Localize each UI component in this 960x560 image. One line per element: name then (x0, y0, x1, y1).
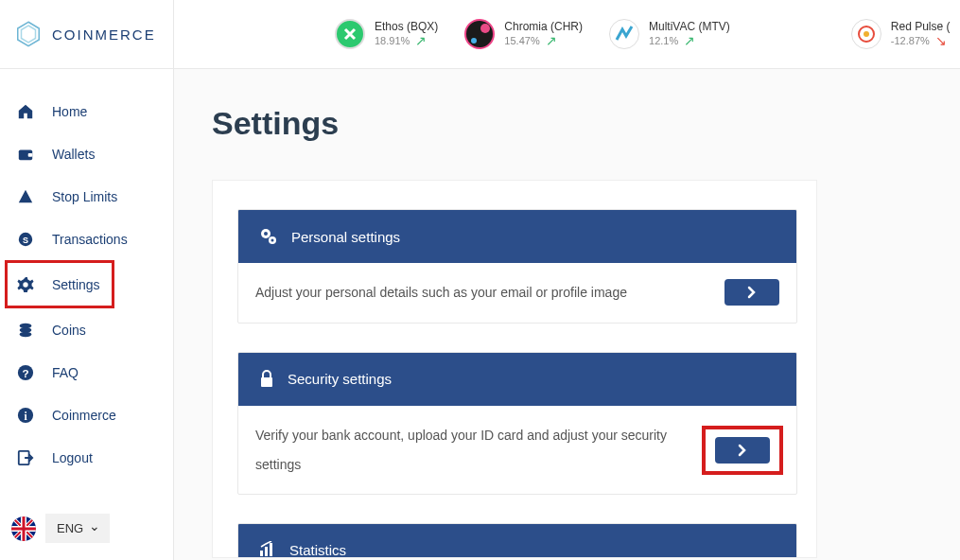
svg-point-12 (20, 331, 32, 336)
card-header: Statistics (238, 524, 796, 558)
arrow-up-icon: ↗ (684, 33, 695, 48)
ticker-name: Chromia (CHR) (504, 20, 583, 33)
ticker-item[interactable]: MultiVAC (MTV) 12.1%↗ (609, 19, 730, 49)
sidebar-item-label: Transactions (52, 232, 128, 247)
ticker-bar: Ethos (BQX) 18.91%↗ Chromia (CHR) 15.47%… (174, 19, 960, 49)
ticker-name: MultiVAC (MTV) (649, 20, 730, 33)
svg-rect-23 (261, 377, 272, 387)
gear-icon (17, 276, 34, 293)
chevron-right-icon (747, 286, 757, 299)
open-security-settings-button[interactable] (715, 437, 770, 464)
svg-rect-25 (265, 547, 268, 556)
svg-text:?: ? (22, 366, 28, 378)
ticker-change: -12.87%↘ (891, 33, 951, 48)
sidebar-item-label: Stop Limits (52, 189, 117, 204)
sidebar-item-label: Logout (52, 450, 93, 465)
transactions-icon: S (17, 231, 34, 248)
svg-point-3 (864, 31, 869, 37)
language-selector[interactable]: ENG (11, 514, 110, 543)
sidebar-item-settings[interactable]: Settings (8, 263, 112, 306)
svg-point-22 (271, 239, 274, 242)
card-personal-settings: Personal settings Adjust your personal d… (237, 209, 797, 324)
ticker-name: Red Pulse ( (891, 20, 951, 33)
ticker-icon (464, 19, 495, 49)
sidebar-item-label: FAQ (52, 365, 79, 380)
sidebar-item-label: Home (52, 104, 87, 119)
sidebar-item-faq[interactable]: ? FAQ (0, 351, 173, 394)
sidebar-item-label: Wallets (52, 147, 95, 162)
card-description: Verify your bank account, upload your ID… (255, 421, 692, 480)
svg-rect-24 (260, 551, 263, 556)
svg-point-9 (23, 282, 27, 287)
chevron-right-icon (738, 444, 747, 457)
lock-icon (259, 370, 274, 389)
settings-panel: Personal settings Adjust your personal d… (212, 180, 817, 558)
ticker-change: 12.1%↗ (649, 33, 730, 48)
logout-icon (17, 449, 34, 466)
ticker-name: Ethos (BQX) (375, 20, 438, 33)
sidebar-item-coinmerce[interactable]: i Coinmerce (0, 394, 173, 436)
main-content: Settings Personal settings Adjust your p… (174, 69, 960, 560)
sidebar-item-transactions[interactable]: S Transactions (0, 218, 173, 260)
card-header: Personal settings (238, 210, 796, 263)
sidebar-item-wallets[interactable]: Wallets (0, 132, 173, 175)
sidebar: Home Wallets Stop Limits S Transactions … (0, 69, 174, 560)
logo-icon (14, 20, 43, 48)
ticker-icon (851, 19, 881, 49)
brand-name: COINMERCE (52, 26, 156, 43)
sidebar-item-label: Settings (52, 277, 100, 292)
sidebar-item-home[interactable]: Home (0, 90, 173, 132)
svg-text:S: S (23, 235, 28, 244)
sidebar-item-logout[interactable]: Logout (0, 436, 173, 479)
card-header: Security settings (238, 353, 796, 406)
flag-icon (11, 516, 36, 541)
info-icon: i (17, 407, 34, 424)
ticker-change: 18.91%↗ (375, 33, 438, 48)
ticker-item[interactable]: Chromia (CHR) 15.47%↗ (464, 19, 583, 49)
coins-icon (17, 322, 34, 339)
ticker-change: 15.47%↗ (504, 33, 583, 48)
wallet-icon (17, 146, 34, 163)
svg-marker-1 (22, 26, 36, 43)
card-security-settings: Security settings Verify your bank accou… (237, 352, 797, 496)
open-personal-settings-button[interactable] (724, 279, 779, 306)
sidebar-item-label: Coinmerce (52, 408, 116, 423)
sidebar-item-coins[interactable]: Coins (0, 308, 173, 351)
card-title: Statistics (289, 542, 346, 558)
arrow-up-icon: ↗ (546, 33, 557, 48)
ticker-icon (335, 19, 365, 49)
ticker-icon (609, 19, 639, 49)
card-description: Adjust your personal details such as you… (255, 278, 711, 307)
page-title: Settings (212, 105, 960, 142)
warning-icon (17, 188, 34, 205)
sidebar-item-label: Coins (52, 323, 86, 338)
ticker-item[interactable]: Red Pulse ( -12.87%↘ (851, 19, 951, 49)
gears-icon (259, 227, 278, 246)
card-statistics: Statistics (237, 523, 797, 558)
home-icon (17, 103, 34, 120)
arrow-down-icon: ↘ (935, 33, 947, 48)
svg-point-20 (264, 232, 268, 236)
card-title: Security settings (288, 371, 392, 387)
card-title: Personal settings (291, 229, 400, 245)
svg-rect-26 (270, 543, 272, 556)
arrow-up-icon: ↗ (415, 33, 427, 48)
svg-rect-5 (28, 153, 33, 157)
question-icon: ? (17, 364, 34, 381)
sidebar-item-stop-limits[interactable]: Stop Limits (0, 175, 173, 218)
language-dropdown[interactable]: ENG (45, 514, 110, 543)
chart-icon (259, 541, 276, 558)
logo[interactable]: COINMERCE (0, 0, 174, 69)
ticker-item[interactable]: Ethos (BQX) 18.91%↗ (335, 19, 438, 49)
